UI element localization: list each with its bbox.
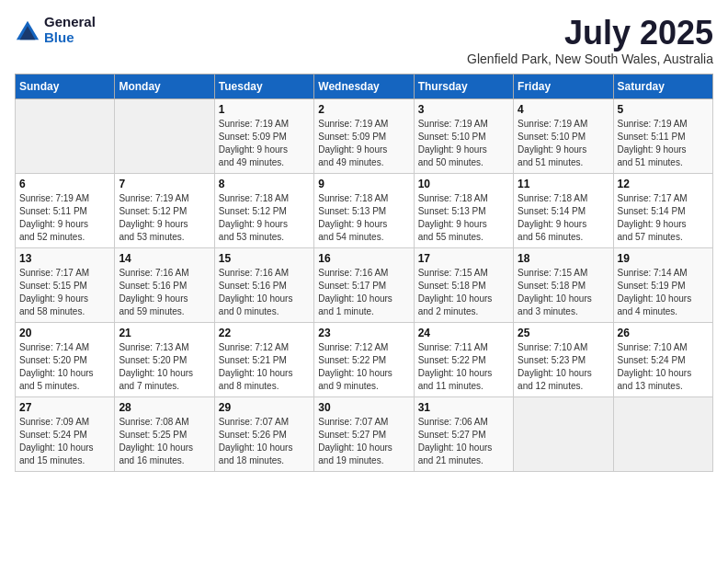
day-number: 1 [219,103,310,116]
subtitle: Glenfield Park, New South Wales, Austral… [467,52,713,66]
day-info: Sunrise: 7:18 AM Sunset: 5:13 PM Dayligh… [318,192,409,244]
col-monday: Monday [115,74,214,98]
day-number: 21 [119,327,210,339]
day-cell: 24Sunrise: 7:11 AM Sunset: 5:22 PM Dayli… [414,322,513,396]
day-number: 30 [318,401,409,414]
week-row-5: 27Sunrise: 7:09 AM Sunset: 5:24 PM Dayli… [16,396,713,471]
day-cell: 17Sunrise: 7:15 AM Sunset: 5:18 PM Dayli… [414,247,513,322]
day-info: Sunrise: 7:14 AM Sunset: 5:19 PM Dayligh… [618,267,709,318]
day-number: 17 [418,252,509,265]
calendar-body: 1Sunrise: 7:19 AM Sunset: 5:09 PM Daylig… [16,98,713,471]
day-cell: 29Sunrise: 7:07 AM Sunset: 5:26 PM Dayli… [214,396,313,471]
day-cell: 31Sunrise: 7:06 AM Sunset: 5:27 PM Dayli… [414,396,513,471]
week-row-2: 6Sunrise: 7:19 AM Sunset: 5:11 PM Daylig… [16,173,713,247]
day-number: 12 [618,178,709,190]
day-info: Sunrise: 7:17 AM Sunset: 5:14 PM Dayligh… [618,192,709,244]
day-cell: 9Sunrise: 7:18 AM Sunset: 5:13 PM Daylig… [314,173,414,247]
day-info: Sunrise: 7:12 AM Sunset: 5:21 PM Dayligh… [219,341,310,393]
day-number: 2 [318,103,409,116]
day-number: 16 [318,252,409,265]
logo-icon [15,17,40,43]
day-cell [115,98,214,173]
day-info: Sunrise: 7:06 AM Sunset: 5:27 PM Dayligh… [418,416,509,467]
day-info: Sunrise: 7:07 AM Sunset: 5:27 PM Dayligh… [318,416,409,467]
day-info: Sunrise: 7:16 AM Sunset: 5:16 PM Dayligh… [219,267,310,318]
day-info: Sunrise: 7:10 AM Sunset: 5:23 PM Dayligh… [518,341,609,393]
day-number: 20 [19,327,110,339]
day-info: Sunrise: 7:19 AM Sunset: 5:09 PM Dayligh… [219,118,310,169]
col-saturday: Saturday [613,74,712,98]
day-number: 19 [618,252,709,265]
day-number: 7 [119,178,210,190]
day-info: Sunrise: 7:19 AM Sunset: 5:10 PM Dayligh… [418,118,509,169]
day-cell: 27Sunrise: 7:09 AM Sunset: 5:24 PM Dayli… [16,396,115,471]
day-cell [16,98,115,173]
day-info: Sunrise: 7:15 AM Sunset: 5:18 PM Dayligh… [418,267,509,318]
day-info: Sunrise: 7:19 AM Sunset: 5:10 PM Dayligh… [518,118,609,169]
day-info: Sunrise: 7:19 AM Sunset: 5:11 PM Dayligh… [19,192,110,244]
day-info: Sunrise: 7:16 AM Sunset: 5:17 PM Dayligh… [318,267,409,318]
week-row-3: 13Sunrise: 7:17 AM Sunset: 5:15 PM Dayli… [16,247,713,322]
day-number: 27 [19,401,110,414]
col-friday: Friday [514,74,613,98]
day-number: 6 [19,178,110,190]
day-cell: 3Sunrise: 7:19 AM Sunset: 5:10 PM Daylig… [414,98,513,173]
day-cell: 19Sunrise: 7:14 AM Sunset: 5:19 PM Dayli… [613,247,712,322]
day-cell: 16Sunrise: 7:16 AM Sunset: 5:17 PM Dayli… [314,247,414,322]
col-tuesday: Tuesday [214,74,313,98]
day-info: Sunrise: 7:07 AM Sunset: 5:26 PM Dayligh… [219,416,310,467]
day-cell: 5Sunrise: 7:19 AM Sunset: 5:11 PM Daylig… [613,98,712,173]
day-info: Sunrise: 7:12 AM Sunset: 5:22 PM Dayligh… [318,341,409,393]
day-number: 25 [518,327,609,339]
day-number: 3 [418,103,509,116]
day-number: 18 [518,252,609,265]
day-cell: 25Sunrise: 7:10 AM Sunset: 5:23 PM Dayli… [514,322,613,396]
day-cell: 21Sunrise: 7:13 AM Sunset: 5:20 PM Dayli… [115,322,214,396]
day-cell: 1Sunrise: 7:19 AM Sunset: 5:09 PM Daylig… [214,98,313,173]
day-number: 10 [418,178,509,190]
day-info: Sunrise: 7:08 AM Sunset: 5:25 PM Dayligh… [119,416,210,467]
header-row: Sunday Monday Tuesday Wednesday Thursday… [16,74,713,98]
day-info: Sunrise: 7:19 AM Sunset: 5:09 PM Dayligh… [318,118,409,169]
day-info: Sunrise: 7:16 AM Sunset: 5:16 PM Dayligh… [119,267,210,318]
day-info: Sunrise: 7:19 AM Sunset: 5:12 PM Dayligh… [119,192,210,244]
day-cell: 20Sunrise: 7:14 AM Sunset: 5:20 PM Dayli… [16,322,115,396]
main-title: July 2025 [467,15,713,52]
title-section: July 2025 Glenfield Park, New South Wale… [467,15,713,66]
day-info: Sunrise: 7:19 AM Sunset: 5:11 PM Dayligh… [618,118,709,169]
day-info: Sunrise: 7:14 AM Sunset: 5:20 PM Dayligh… [19,341,110,393]
day-cell: 12Sunrise: 7:17 AM Sunset: 5:14 PM Dayli… [613,173,712,247]
day-info: Sunrise: 7:09 AM Sunset: 5:24 PM Dayligh… [19,416,110,467]
week-row-1: 1Sunrise: 7:19 AM Sunset: 5:09 PM Daylig… [16,98,713,173]
day-number: 26 [618,327,709,339]
day-number: 28 [119,401,210,414]
day-cell: 6Sunrise: 7:19 AM Sunset: 5:11 PM Daylig… [16,173,115,247]
day-cell: 14Sunrise: 7:16 AM Sunset: 5:16 PM Dayli… [115,247,214,322]
day-cell: 2Sunrise: 7:19 AM Sunset: 5:09 PM Daylig… [314,98,414,173]
day-number: 23 [318,327,409,339]
day-number: 8 [219,178,310,190]
day-cell: 7Sunrise: 7:19 AM Sunset: 5:12 PM Daylig… [115,173,214,247]
day-cell: 23Sunrise: 7:12 AM Sunset: 5:22 PM Dayli… [314,322,414,396]
day-cell: 13Sunrise: 7:17 AM Sunset: 5:15 PM Dayli… [16,247,115,322]
day-cell: 30Sunrise: 7:07 AM Sunset: 5:27 PM Dayli… [314,396,414,471]
day-number: 31 [418,401,509,414]
logo: General Blue [15,15,96,45]
day-number: 14 [119,252,210,265]
day-cell [514,396,613,471]
day-number: 15 [219,252,310,265]
day-number: 11 [518,178,609,190]
day-cell: 10Sunrise: 7:18 AM Sunset: 5:13 PM Dayli… [414,173,513,247]
day-info: Sunrise: 7:11 AM Sunset: 5:22 PM Dayligh… [418,341,509,393]
day-cell: 26Sunrise: 7:10 AM Sunset: 5:24 PM Dayli… [613,322,712,396]
calendar-table: Sunday Monday Tuesday Wednesday Thursday… [15,74,713,472]
week-row-4: 20Sunrise: 7:14 AM Sunset: 5:20 PM Dayli… [16,322,713,396]
day-number: 5 [618,103,709,116]
day-cell [613,396,712,471]
day-number: 9 [318,178,409,190]
day-cell: 28Sunrise: 7:08 AM Sunset: 5:25 PM Dayli… [115,396,214,471]
day-info: Sunrise: 7:13 AM Sunset: 5:20 PM Dayligh… [119,341,210,393]
day-cell: 22Sunrise: 7:12 AM Sunset: 5:21 PM Dayli… [214,322,313,396]
day-info: Sunrise: 7:17 AM Sunset: 5:15 PM Dayligh… [19,267,110,318]
day-number: 22 [219,327,310,339]
